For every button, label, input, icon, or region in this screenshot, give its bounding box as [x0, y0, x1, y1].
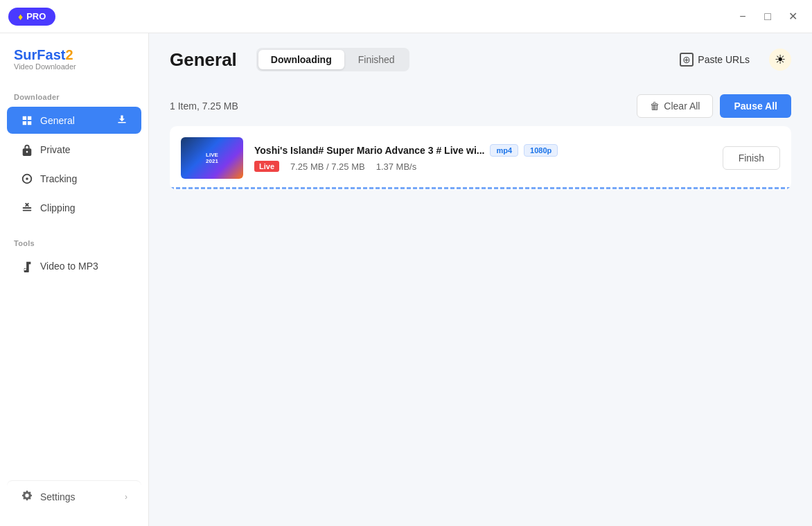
- close-button[interactable]: ✕: [782, 6, 804, 28]
- diamond-icon: ♦: [18, 11, 23, 22]
- page-title: General: [170, 49, 237, 71]
- download-list: LIVE2021 Yoshi's Island# Super Mario Adv…: [149, 126, 812, 526]
- download-title: Yoshi's Island# Super Mario Advance 3 # …: [254, 145, 484, 156]
- sidebar-tracking-label: Tracking: [40, 173, 77, 184]
- size-progress: 7.25 MB / 7.25 MB: [290, 161, 365, 172]
- downloader-section-label: Downloader: [0, 87, 148, 105]
- header-actions: ⊕ Paste URLs ☀: [669, 47, 791, 72]
- tab-downloading[interactable]: Downloading: [258, 50, 344, 69]
- general-icon: [21, 114, 33, 127]
- pause-all-button[interactable]: Pause All: [720, 94, 791, 118]
- progress-bar: [170, 187, 791, 190]
- sidebar-item-clipping[interactable]: Clipping: [7, 195, 141, 221]
- tab-group: Downloading Finished: [256, 48, 409, 71]
- quality-badge: 1080p: [524, 144, 558, 157]
- sidebar-item-tracking[interactable]: Tracking: [7, 166, 141, 192]
- sun-icon: ☀: [775, 52, 786, 67]
- main-content: General Downloading Finished ⊕ Paste URL…: [149, 33, 812, 526]
- sidebar-item-private[interactable]: Private: [7, 137, 141, 163]
- clear-all-button[interactable]: 🗑 Clear All: [637, 94, 713, 118]
- sidebar-general-label: General: [40, 115, 75, 126]
- sidebar-video-to-mp3-label: Video to MP3: [40, 261, 98, 272]
- tracking-icon: [21, 173, 33, 185]
- chevron-right-icon: ›: [125, 492, 127, 502]
- settings-icon: [21, 489, 33, 504]
- clear-all-label: Clear All: [664, 100, 700, 112]
- paste-urls-button[interactable]: ⊕ Paste URLs: [669, 47, 761, 72]
- music-icon: [21, 260, 33, 272]
- thumb-text: LIVE2021: [203, 149, 221, 167]
- minimize-button[interactable]: −: [732, 6, 754, 28]
- maximize-button[interactable]: □: [757, 6, 779, 28]
- sidebar-item-general[interactable]: General: [7, 107, 141, 134]
- download-info: Yoshi's Island# Super Mario Advance 3 # …: [254, 144, 712, 172]
- clipping-icon: [21, 202, 33, 214]
- app-body: SurFast2 Video Downloader Downloader Gen…: [0, 33, 812, 526]
- sidebar-item-video-to-mp3[interactable]: Video to MP3: [7, 253, 141, 279]
- pro-badge: ♦ PRO: [8, 8, 55, 26]
- logo-num: 2: [65, 47, 73, 62]
- download-speed: 1.37 MB/s: [376, 161, 417, 172]
- logo-name: SurFast: [14, 47, 65, 62]
- trash-icon: 🗑: [650, 100, 660, 112]
- paste-urls-label: Paste URLs: [698, 54, 750, 65]
- logo-subtitle: Video Downloader: [14, 62, 134, 71]
- settings-item[interactable]: Settings ›: [7, 480, 141, 512]
- content-header: General Downloading Finished ⊕ Paste URL…: [149, 33, 812, 86]
- sidebar-private-label: Private: [40, 144, 71, 155]
- pause-all-label: Pause All: [734, 100, 777, 112]
- tools-section-label: Tools: [0, 234, 148, 252]
- download-meta-row: Live 7.25 MB / 7.25 MB 1.37 MB/s: [254, 161, 712, 172]
- general-download-icon: [116, 114, 127, 127]
- toolbar-actions: 🗑 Clear All Pause All: [637, 94, 791, 118]
- title-bar: ♦ PRO − □ ✕: [0, 0, 812, 33]
- live-badge: Live: [254, 161, 279, 172]
- item-count: 1 Item, 7.25 MB: [170, 100, 238, 112]
- sidebar-clipping-label: Clipping: [40, 202, 76, 213]
- pro-label: PRO: [26, 11, 46, 21]
- format-badge: mp4: [490, 144, 518, 157]
- finish-button[interactable]: Finish: [723, 146, 780, 170]
- paste-icon: ⊕: [680, 53, 694, 67]
- download-title-row: Yoshi's Island# Super Mario Advance 3 # …: [254, 144, 712, 157]
- table-row: LIVE2021 Yoshi's Island# Super Mario Adv…: [170, 126, 791, 190]
- download-thumbnail: LIVE2021: [181, 137, 243, 179]
- app-logo: SurFast2 Video Downloader: [0, 47, 148, 87]
- content-toolbar: 1 Item, 7.25 MB 🗑 Clear All Pause All: [149, 86, 812, 126]
- tab-finished[interactable]: Finished: [346, 50, 407, 69]
- sidebar: SurFast2 Video Downloader Downloader Gen…: [0, 33, 149, 526]
- settings-label: Settings: [40, 491, 76, 502]
- progress-bar-container: [170, 187, 791, 190]
- theme-toggle-button[interactable]: ☀: [769, 49, 791, 71]
- logo-text: SurFast2: [14, 47, 134, 62]
- private-icon: [21, 143, 33, 156]
